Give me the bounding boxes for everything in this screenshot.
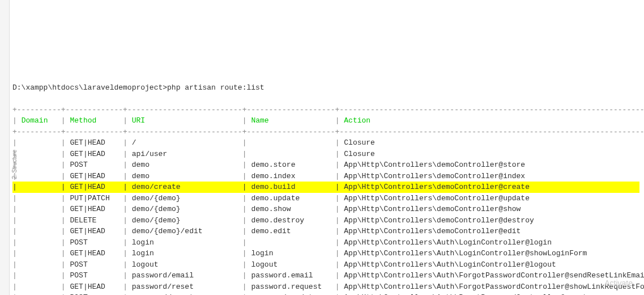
- cell-name: demo.show: [251, 205, 330, 213]
- table-row: | | GET|HEAD | / | | Closure | web |: [12, 137, 639, 149]
- cell-method: POST: [70, 271, 118, 280]
- cell-name: demo.update: [251, 194, 330, 203]
- cell-method: GET|HEAD: [70, 205, 118, 213]
- ide-sidebar: 2: Structure: [0, 0, 10, 295]
- cell-method: GET|HEAD: [70, 283, 118, 291]
- cell-action: App\Http\Controllers\Auth\ForgotPassword…: [344, 283, 644, 291]
- cell-name: login: [251, 249, 330, 258]
- cell-name: [251, 238, 330, 247]
- cell-name: demo.build: [251, 183, 330, 191]
- table-row: | | GET|HEAD | demo/create | demo.build …: [12, 182, 639, 193]
- cell-name: demo.destroy: [251, 216, 330, 225]
- cell-domain: [22, 172, 57, 180]
- cell-name: demo.edit: [251, 227, 330, 235]
- cell-name: [251, 150, 330, 158]
- cell-name: [251, 138, 330, 147]
- table-row: | | GET|HEAD | demo | demo.index | App\H…: [12, 171, 639, 182]
- cell-uri: demo/{demo}: [132, 205, 238, 213]
- column-header-domain: Domain: [22, 116, 57, 125]
- column-header-action: Action: [344, 116, 640, 125]
- table-row: | | GET|HEAD | login | login | App\Http\…: [12, 248, 639, 259]
- table-row: | | GET|HEAD | demo/{demo} | demo.show |…: [12, 204, 639, 215]
- cell-action: App\Http\Controllers\demoController@edit: [344, 227, 640, 235]
- column-header-uri: URI: [132, 116, 238, 125]
- table-row: | | GET|HEAD | password/reset | password…: [12, 281, 639, 293]
- cell-uri: demo/{demo}/edit: [132, 227, 238, 235]
- cell-method: PUT|PATCH: [70, 194, 118, 203]
- cell-method: GET|HEAD: [70, 227, 118, 235]
- cell-name: password.email: [251, 271, 330, 280]
- table-row: | | POST | demo | demo.store | App\Http\…: [12, 159, 639, 171]
- cell-name: logout: [251, 260, 330, 269]
- cell-domain: [22, 150, 57, 158]
- cell-domain: [22, 183, 57, 191]
- column-header-method: Method: [70, 116, 118, 125]
- cell-uri: api/user: [132, 150, 238, 158]
- table-row: | | POST | password/email | password.ema…: [12, 270, 639, 281]
- cell-method: GET|HEAD: [70, 249, 118, 258]
- cell-uri: login: [132, 238, 238, 247]
- cell-domain: [22, 283, 57, 291]
- cell-domain: [22, 205, 57, 213]
- cell-domain: [22, 260, 57, 269]
- table-row: | | GET|HEAD | api/user | | Closure | ap…: [12, 149, 639, 160]
- cell-action: App\Http\Controllers\demoController@upda…: [344, 194, 640, 203]
- cell-name: demo.index: [251, 172, 330, 180]
- table-row: | | PUT|PATCH | demo/{demo} | demo.updat…: [12, 193, 639, 204]
- cell-action: App\Http\Controllers\demoController@dest…: [344, 216, 640, 225]
- cell-uri: logout: [132, 260, 238, 269]
- cell-action: App\Http\Controllers\Auth\LoginControlle…: [344, 238, 640, 247]
- cell-method: POST: [70, 238, 118, 247]
- cell-domain: [22, 238, 57, 247]
- cell-uri: password/email: [132, 271, 238, 280]
- cell-uri: /: [132, 138, 238, 147]
- cell-method: GET|HEAD: [70, 150, 118, 158]
- cell-name: demo.store: [251, 161, 330, 169]
- cell-method: DELETE: [70, 216, 118, 225]
- sidebar-label[interactable]: 2: Structure: [9, 148, 20, 182]
- column-header-name: Name: [251, 116, 330, 125]
- table-row: | | POST | logout | logout | App\Http\Co…: [12, 259, 639, 271]
- cell-method: POST: [70, 260, 118, 269]
- cell-uri: password/reset: [132, 283, 238, 291]
- cell-domain: [22, 216, 57, 225]
- table-header-row: | Domain | Method | URI | Name | Action …: [12, 115, 639, 127]
- table-separator: +----------+-------------+--------------…: [12, 127, 639, 138]
- cell-method: GET|HEAD: [70, 183, 118, 191]
- cell-action: App\Http\Controllers\demoController@show: [344, 205, 640, 213]
- terminal-output: D:\xampp\htdocs\laraveldemoproject>php a…: [12, 71, 639, 295]
- cell-uri: demo/{demo}: [132, 216, 238, 225]
- cell-domain: [22, 161, 57, 169]
- cell-method: GET|HEAD: [70, 138, 118, 147]
- cell-domain: [22, 249, 57, 258]
- table-row: | | POST | login | | App\Http\Controller…: [12, 237, 639, 248]
- cell-action: Closure: [344, 150, 640, 158]
- cell-domain: [22, 271, 57, 280]
- cell-action: App\Http\Controllers\Auth\LoginControlle…: [344, 260, 640, 269]
- cell-name: password.request: [251, 283, 330, 291]
- table-separator: +----------+-------------+--------------…: [12, 104, 639, 116]
- table-row: | | POST | password/reset | password.upd…: [12, 292, 639, 295]
- activate-watermark: Activate: [604, 277, 633, 289]
- table-row: | | GET|HEAD | demo/{demo}/edit | demo.e…: [12, 226, 639, 237]
- command-prompt: D:\xampp\htdocs\laraveldemoproject>php a…: [12, 82, 639, 94]
- cell-action: App\Http\Controllers\Auth\LoginControlle…: [344, 249, 640, 258]
- cell-action: App\Http\Controllers\demoController@inde…: [344, 172, 640, 180]
- cell-method: GET|HEAD: [70, 172, 118, 180]
- cell-uri: login: [132, 249, 238, 258]
- cell-uri: demo/create: [132, 183, 238, 191]
- cell-uri: demo: [132, 161, 238, 169]
- cell-action: Closure: [344, 138, 640, 147]
- cell-action: App\Http\Controllers\demoController@stor…: [344, 161, 640, 169]
- cell-domain: [22, 227, 57, 235]
- cell-domain: [22, 194, 57, 203]
- cell-action: App\Http\Controllers\Auth\ForgotPassword…: [344, 271, 644, 280]
- table-row: | | DELETE | demo/{demo} | demo.destroy …: [12, 215, 639, 226]
- cell-domain: [22, 138, 57, 147]
- cell-uri: demo/{demo}: [132, 194, 238, 203]
- cell-method: POST: [70, 161, 118, 169]
- cell-uri: demo: [132, 172, 238, 180]
- cell-action: App\Http\Controllers\demoController@crea…: [344, 183, 640, 191]
